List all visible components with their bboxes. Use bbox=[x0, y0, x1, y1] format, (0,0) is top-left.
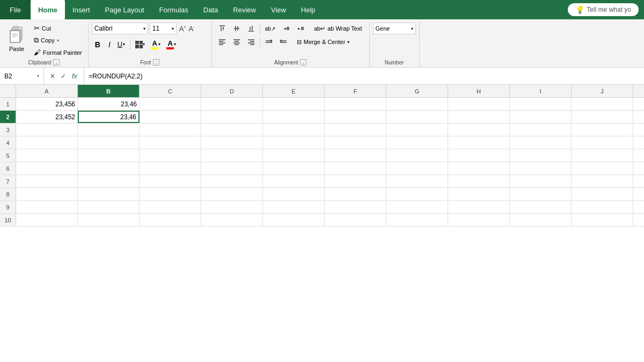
align-middle-button[interactable] bbox=[230, 23, 244, 34]
col-header-j[interactable]: J bbox=[572, 85, 633, 97]
cell-b7[interactable] bbox=[78, 175, 140, 187]
cell-a6[interactable] bbox=[16, 162, 78, 175]
col-header-f[interactable]: F bbox=[325, 85, 386, 97]
cell-g6[interactable] bbox=[386, 162, 448, 175]
font-family-select[interactable]: Calibri ▾ bbox=[92, 23, 148, 34]
cell-i6[interactable] bbox=[510, 162, 572, 175]
col-header-b[interactable]: B bbox=[78, 85, 140, 97]
cell-e8[interactable] bbox=[263, 188, 325, 200]
font-color-button[interactable]: A ▾ bbox=[164, 38, 178, 51]
orientation-button[interactable]: ab↗ bbox=[262, 23, 279, 34]
align-center-button[interactable] bbox=[230, 36, 244, 48]
merge-center-button[interactable]: ⊟ Merge & Center ▾ bbox=[293, 36, 354, 48]
tab-data[interactable]: Data bbox=[196, 0, 225, 19]
tab-view[interactable]: View bbox=[264, 0, 294, 19]
cell-h9[interactable] bbox=[448, 201, 510, 213]
cell-j5[interactable] bbox=[572, 149, 633, 162]
cell-a2[interactable]: 23,452 bbox=[16, 111, 78, 123]
cell-f8[interactable] bbox=[325, 188, 386, 200]
cell-b10[interactable] bbox=[78, 214, 140, 226]
cell-c2[interactable] bbox=[140, 111, 201, 123]
tab-formulas[interactable]: Formulas bbox=[152, 0, 196, 19]
cell-h5[interactable] bbox=[448, 149, 510, 162]
col-header-c[interactable]: C bbox=[140, 85, 201, 97]
row-header-4[interactable]: 4 bbox=[0, 136, 16, 149]
tab-page-layout[interactable]: Page Layout bbox=[98, 0, 152, 19]
cell-e2[interactable] bbox=[263, 111, 325, 123]
cell-c7[interactable] bbox=[140, 175, 201, 187]
cell-a4[interactable] bbox=[16, 136, 78, 149]
row-header-1[interactable]: 1 bbox=[0, 98, 16, 110]
cell-j7[interactable] bbox=[572, 175, 633, 187]
cell-f1[interactable] bbox=[325, 98, 386, 110]
cell-h2[interactable] bbox=[448, 111, 510, 123]
cell-a9[interactable] bbox=[16, 201, 78, 213]
cell-j10[interactable] bbox=[572, 214, 633, 226]
cut-button[interactable]: ✂ Cut bbox=[31, 23, 85, 34]
indent-decrease-button[interactable] bbox=[279, 23, 293, 34]
cell-g2[interactable] bbox=[386, 111, 448, 123]
cell-i2[interactable] bbox=[510, 111, 572, 123]
cell-e10[interactable] bbox=[263, 214, 325, 226]
cell-f6[interactable] bbox=[325, 162, 386, 175]
cell-j8[interactable] bbox=[572, 188, 633, 200]
cell-e6[interactable] bbox=[263, 162, 325, 175]
col-header-a[interactable]: A bbox=[16, 85, 78, 97]
cell-c10[interactable] bbox=[140, 214, 201, 226]
font-size-select[interactable]: 11 ▾ bbox=[150, 23, 177, 34]
cell-h7[interactable] bbox=[448, 175, 510, 187]
cell-a10[interactable] bbox=[16, 214, 78, 226]
cell-h10[interactable] bbox=[448, 214, 510, 226]
cell-c9[interactable] bbox=[140, 201, 201, 213]
cell-j3[interactable] bbox=[572, 124, 633, 136]
align-top-button[interactable] bbox=[215, 23, 229, 34]
cell-c3[interactable] bbox=[140, 124, 201, 136]
cell-g4[interactable] bbox=[386, 136, 448, 149]
cell-d3[interactable] bbox=[201, 124, 263, 136]
cell-i8[interactable] bbox=[510, 188, 572, 200]
cell-f9[interactable] bbox=[325, 201, 386, 213]
cell-d6[interactable] bbox=[201, 162, 263, 175]
cell-h3[interactable] bbox=[448, 124, 510, 136]
format-painter-button[interactable]: 🖌 Format Painter bbox=[31, 47, 85, 58]
tab-insert[interactable]: Insert bbox=[65, 0, 98, 19]
cell-c4[interactable] bbox=[140, 136, 201, 149]
col-header-d[interactable]: D bbox=[201, 85, 263, 97]
cell-e4[interactable] bbox=[263, 136, 325, 149]
cell-h4[interactable] bbox=[448, 136, 510, 149]
menu-file[interactable]: File bbox=[0, 0, 31, 19]
formula-input[interactable]: =ROUNDUP(A2;2) bbox=[84, 68, 644, 84]
copy-button[interactable]: ⧉ Copy ▾ bbox=[31, 34, 85, 46]
cell-d9[interactable] bbox=[201, 201, 263, 213]
cell-g1[interactable] bbox=[386, 98, 448, 110]
cell-i5[interactable] bbox=[510, 149, 572, 162]
paste-button[interactable]: Paste bbox=[3, 23, 30, 54]
tab-home[interactable]: Home bbox=[31, 0, 65, 19]
cell-b4[interactable] bbox=[78, 136, 140, 149]
row-header-6[interactable]: 6 bbox=[0, 162, 16, 175]
alignment-expand-icon[interactable]: ⌟ bbox=[300, 59, 306, 66]
cell-f3[interactable] bbox=[325, 124, 386, 136]
cell-j2[interactable] bbox=[572, 111, 633, 123]
cell-i1[interactable] bbox=[510, 98, 572, 110]
number-format-select[interactable]: Gene ▾ bbox=[373, 23, 416, 34]
cell-e5[interactable] bbox=[263, 149, 325, 162]
cell-a7[interactable] bbox=[16, 175, 78, 187]
confirm-formula-button[interactable]: ✓ bbox=[59, 72, 68, 81]
row-header-10[interactable]: 10 bbox=[0, 214, 16, 226]
row-header-5[interactable]: 5 bbox=[0, 149, 16, 162]
cell-j1[interactable] bbox=[572, 98, 633, 110]
col-header-e[interactable]: E bbox=[263, 85, 325, 97]
ltr-button[interactable] bbox=[276, 36, 290, 48]
row-header-9[interactable]: 9 bbox=[0, 201, 16, 213]
cell-g7[interactable] bbox=[386, 175, 448, 187]
decrease-font-size-button[interactable]: A- bbox=[188, 24, 196, 33]
rtl-button[interactable] bbox=[262, 36, 276, 48]
cell-h1[interactable] bbox=[448, 98, 510, 110]
cell-d7[interactable] bbox=[201, 175, 263, 187]
cell-b9[interactable] bbox=[78, 201, 140, 213]
cell-c6[interactable] bbox=[140, 162, 201, 175]
col-header-h[interactable]: H bbox=[448, 85, 510, 97]
cell-f4[interactable] bbox=[325, 136, 386, 149]
cell-a1[interactable]: 23,456 bbox=[16, 98, 78, 110]
